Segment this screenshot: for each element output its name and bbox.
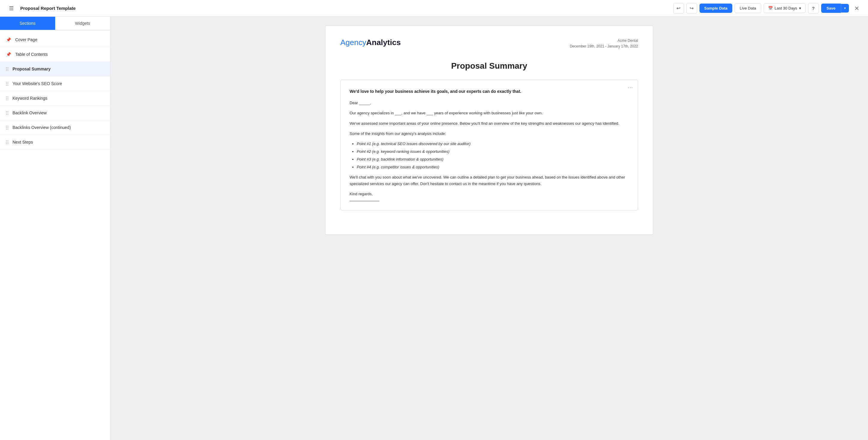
sidebar-item-next-steps[interactable]: Next Steps bbox=[0, 135, 110, 150]
sidebar: Sections Widgets 📌 Cover Page 📌 Table of… bbox=[0, 17, 111, 440]
hamburger-menu-button[interactable]: ☰ bbox=[6, 3, 17, 14]
brand-analytics: Analytics bbox=[366, 38, 401, 47]
brand-logo: AgencyAnalytics bbox=[340, 38, 401, 47]
close-button[interactable]: ✕ bbox=[851, 3, 862, 14]
list-item: Point #1 (e.g. technical SEO issues disc… bbox=[357, 141, 629, 147]
report-meta: Acme Dental December 19th, 2021 - Januar… bbox=[570, 38, 638, 49]
greeting: Dear _____, bbox=[349, 100, 629, 106]
live-data-button[interactable]: Live Data bbox=[735, 3, 761, 13]
sidebar-tab-group: Sections Widgets bbox=[0, 17, 110, 30]
proposal-card-header: We'd love to help your business achieve … bbox=[349, 89, 629, 94]
para1: Our agency specializes in ___, and we ha… bbox=[349, 110, 629, 116]
sidebar-item-label: Proposal Summary bbox=[12, 66, 51, 71]
drag-handle-icon bbox=[6, 111, 8, 115]
sidebar-item-keyword-rankings[interactable]: Keyword Rankings bbox=[0, 91, 110, 106]
save-button-group: Save ▾ bbox=[821, 4, 849, 13]
sidebar-item-cover-page[interactable]: 📌 Cover Page bbox=[0, 33, 110, 47]
signature-line bbox=[349, 201, 379, 201]
para2: We've assessed some important areas of y… bbox=[349, 120, 629, 127]
pin-icon: 📌 bbox=[6, 52, 11, 57]
proposal-card: We'd love to help your business achieve … bbox=[340, 80, 638, 210]
drag-handle-icon bbox=[6, 126, 8, 129]
help-button[interactable]: ? bbox=[808, 3, 819, 14]
redo-button[interactable]: ↪ bbox=[686, 3, 697, 14]
list-item: Point #4 (e.g. competitor issues & oppor… bbox=[357, 164, 629, 171]
calendar-icon: 📅 bbox=[768, 6, 773, 10]
sidebar-item-backlink-overview[interactable]: Backlink Overview bbox=[0, 106, 110, 120]
redo-icon: ↪ bbox=[690, 5, 693, 11]
client-name: Acme Dental bbox=[570, 38, 638, 43]
sidebar-items-list: 📌 Cover Page 📌 Table of Contents Proposa… bbox=[0, 30, 110, 152]
bullet-list: Point #1 (e.g. technical SEO issues disc… bbox=[357, 141, 629, 171]
sidebar-item-seo-score[interactable]: Your Website's SEO Score bbox=[0, 77, 110, 91]
drag-handle-icon bbox=[6, 67, 8, 71]
nav-actions: ↩ ↪ Sample Data Live Data 📅 Last 30 Days… bbox=[673, 3, 862, 14]
sidebar-item-label: Your Website's SEO Score bbox=[12, 81, 62, 86]
top-nav: ☰ Proposal Report Template ↩ ↪ Sample Da… bbox=[0, 0, 868, 17]
main-layout: Sections Widgets 📌 Cover Page 📌 Table of… bbox=[0, 17, 868, 440]
sidebar-item-label: Next Steps bbox=[12, 140, 33, 145]
save-dropdown-button[interactable]: ▾ bbox=[841, 4, 849, 12]
proposal-body: Dear _____, Our agency specializes in __… bbox=[349, 100, 629, 201]
sidebar-item-label: Backlinks Overview (continued) bbox=[12, 125, 71, 130]
report-page: AgencyAnalytics Acme Dental December 19t… bbox=[325, 26, 653, 235]
sidebar-item-label: Backlink Overview bbox=[12, 111, 46, 115]
sidebar-item-backlinks-continued[interactable]: Backlinks Overview (continued) bbox=[0, 120, 110, 135]
save-button[interactable]: Save bbox=[821, 4, 841, 13]
date-range-button[interactable]: 📅 Last 30 Days ▾ bbox=[764, 3, 806, 13]
sidebar-item-proposal-summary[interactable]: Proposal Summary bbox=[0, 62, 110, 77]
drag-handle-icon bbox=[6, 82, 8, 86]
date-range-label: Last 30 Days bbox=[775, 6, 797, 10]
card-menu-button[interactable]: ⋯ bbox=[628, 84, 633, 91]
chevron-down-icon: ▾ bbox=[799, 6, 801, 10]
sample-data-button[interactable]: Sample Data bbox=[700, 4, 732, 13]
closing-para: We'll chat with you soon about what we'v… bbox=[349, 174, 629, 187]
sidebar-item-label: Keyword Rankings bbox=[12, 96, 48, 100]
drag-handle-icon bbox=[6, 140, 8, 144]
report-date-range: December 19th, 2021 - January 17th, 2022 bbox=[570, 43, 638, 49]
list-item: Point #3 (e.g. backlink information & op… bbox=[357, 156, 629, 163]
app-title: Proposal Report Template bbox=[20, 6, 343, 11]
undo-button[interactable]: ↩ bbox=[673, 3, 684, 14]
undo-icon: ↩ bbox=[677, 5, 680, 11]
report-title: Proposal Summary bbox=[340, 61, 638, 71]
sign-off: Kind regards, bbox=[349, 191, 629, 197]
sidebar-item-table-of-contents[interactable]: 📌 Table of Contents bbox=[0, 47, 110, 62]
tab-widgets[interactable]: Widgets bbox=[55, 17, 111, 30]
list-item: Point #2 (e.g. keyword ranking issues & … bbox=[357, 148, 629, 155]
pin-icon: 📌 bbox=[6, 37, 11, 42]
insights-intro: Some of the insights from our agency's a… bbox=[349, 130, 629, 137]
sidebar-item-label: Cover Page bbox=[15, 37, 37, 42]
drag-handle-icon bbox=[6, 96, 8, 100]
sidebar-item-label: Table of Contents bbox=[15, 52, 48, 57]
tab-sections[interactable]: Sections bbox=[0, 17, 55, 30]
report-header: AgencyAnalytics Acme Dental December 19t… bbox=[340, 38, 638, 49]
brand-agency: Agency bbox=[340, 38, 366, 47]
main-content-area: AgencyAnalytics Acme Dental December 19t… bbox=[111, 17, 868, 440]
hamburger-icon: ☰ bbox=[9, 5, 14, 12]
